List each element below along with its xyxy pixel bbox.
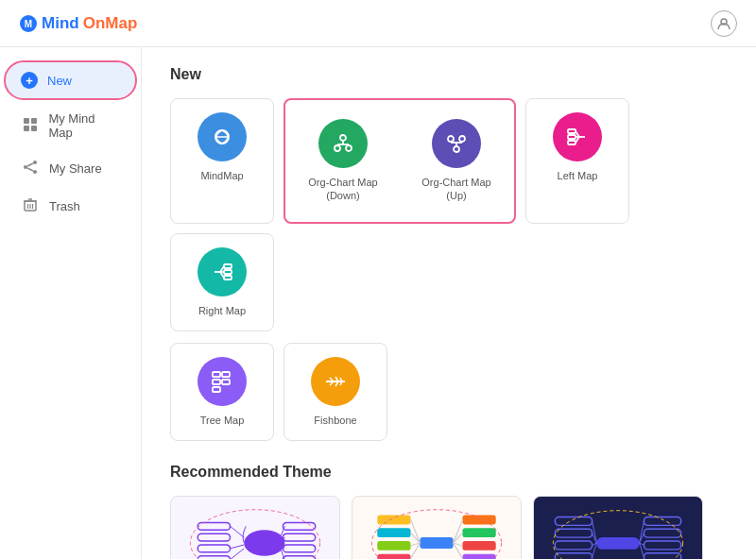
sidebar-item-myshare-label: My Share	[49, 161, 102, 176]
svg-rect-95	[596, 537, 639, 550]
grid-icon	[23, 117, 38, 132]
theme3-preview	[534, 497, 702, 559]
svg-line-82	[454, 520, 463, 544]
trash-icon-svg	[24, 197, 37, 212]
svg-point-7	[33, 161, 37, 164]
svg-rect-97	[644, 529, 680, 537]
theme-card-2[interactable]	[352, 496, 522, 559]
main-content: New MindMap	[142, 47, 756, 559]
tree-label: Tree Map	[200, 414, 245, 427]
svg-point-31	[459, 136, 465, 142]
org-down-icon-svg	[330, 130, 356, 157]
svg-rect-50	[213, 380, 220, 384]
svg-point-27	[454, 146, 459, 152]
svg-rect-70	[198, 534, 230, 541]
svg-rect-88	[377, 541, 410, 551]
theme2-preview	[352, 497, 521, 559]
theme1-preview	[171, 497, 339, 559]
sidebar-item-new-label: New	[47, 74, 72, 88]
left-label: Left Map	[558, 169, 598, 182]
map-card-org-down[interactable]: Org-Chart Map (Down)	[291, 106, 395, 216]
svg-line-11	[27, 168, 33, 171]
map-card-right[interactable]: Right Map	[170, 233, 274, 331]
svg-rect-5	[24, 126, 29, 131]
right-label: Right Map	[198, 304, 246, 317]
mindmap-label: MindMap	[200, 169, 243, 182]
svg-text:M: M	[25, 19, 32, 29]
svg-rect-41	[224, 264, 232, 268]
svg-line-91	[411, 533, 421, 543]
map-grid-row1: MindMap	[170, 98, 728, 331]
svg-line-10	[27, 163, 33, 166]
svg-rect-42	[224, 270, 232, 274]
svg-rect-34	[568, 129, 576, 133]
svg-point-24	[346, 145, 352, 151]
svg-rect-61	[283, 523, 315, 531]
fishbone-icon-circle	[311, 357, 360, 406]
layout: + New My Mind Map	[0, 47, 756, 559]
svg-rect-3	[24, 118, 29, 124]
svg-line-73	[231, 527, 245, 538]
org-up-icon-circle	[432, 119, 481, 168]
mindmap-icon-svg	[209, 124, 235, 150]
theme-card-3[interactable]	[533, 496, 703, 559]
svg-line-90	[411, 520, 421, 544]
svg-rect-49	[222, 372, 230, 377]
svg-rect-4	[31, 118, 37, 124]
left-icon-svg	[564, 124, 591, 150]
logo-icon: M	[19, 14, 38, 33]
logo-text-onmap: OnMap	[83, 14, 138, 33]
fishbone-label: Fishbone	[314, 414, 356, 427]
svg-rect-35	[568, 135, 576, 139]
sidebar-item-trash[interactable]: Trash	[6, 188, 135, 225]
svg-line-100	[640, 521, 644, 543]
svg-rect-71	[198, 545, 230, 552]
sidebar-item-new[interactable]: + New	[6, 62, 135, 98]
fishbone-icon-svg	[322, 368, 349, 395]
svg-rect-98	[644, 541, 680, 550]
svg-rect-99	[644, 553, 680, 559]
selected-group: Org-Chart Map (Down)	[284, 98, 516, 224]
mymindmap-icon	[21, 117, 39, 135]
right-icon-svg	[209, 259, 235, 285]
org-up-label: Org-Chart Map (Up)	[414, 176, 499, 203]
new-section-title: New	[170, 66, 728, 83]
user-icon	[716, 16, 731, 31]
svg-rect-96	[644, 517, 680, 526]
svg-rect-52	[213, 387, 220, 392]
recommended-title: Recommended Theme	[170, 464, 728, 481]
trash-icon	[21, 197, 40, 215]
map-card-fishbone[interactable]: Fishbone	[284, 343, 387, 441]
map-card-mindmap[interactable]: MindMap	[170, 98, 274, 224]
tree-icon-svg	[209, 368, 235, 395]
org-down-label: Org-Chart Map (Down)	[301, 176, 386, 203]
new-plus-icon: +	[21, 72, 38, 89]
tree-icon-circle	[198, 357, 247, 406]
sidebar-item-trash-label: Trash	[49, 199, 80, 213]
theme-card-1[interactable]	[170, 496, 340, 559]
svg-point-112	[553, 511, 682, 559]
map-card-org-up[interactable]: Org-Chart Map (Up)	[404, 106, 508, 216]
map-card-tree[interactable]: Tree Map	[170, 343, 274, 441]
share-icon	[21, 160, 40, 178]
svg-line-74	[231, 545, 245, 549]
org-up-icon-svg	[443, 130, 470, 157]
svg-point-60	[244, 530, 284, 555]
sidebar-item-mymindmap[interactable]: My Mind Map	[6, 102, 135, 149]
sidebar-item-mymindmap-label: My Mind Map	[48, 111, 120, 140]
svg-rect-81	[462, 554, 495, 559]
svg-rect-106	[555, 541, 592, 550]
svg-rect-87	[377, 529, 410, 538]
svg-rect-105	[555, 529, 592, 537]
map-card-left[interactable]: Left Map	[525, 98, 629, 224]
svg-rect-86	[377, 516, 410, 525]
sidebar-item-myshare[interactable]: My Share	[6, 150, 135, 187]
svg-rect-36	[568, 141, 576, 144]
user-avatar[interactable]	[711, 10, 737, 37]
svg-rect-77	[420, 537, 453, 549]
svg-rect-51	[222, 380, 230, 384]
org-down-icon-circle	[318, 119, 368, 168]
svg-point-8	[24, 165, 27, 169]
svg-rect-48	[213, 372, 220, 377]
svg-rect-104	[555, 517, 592, 526]
